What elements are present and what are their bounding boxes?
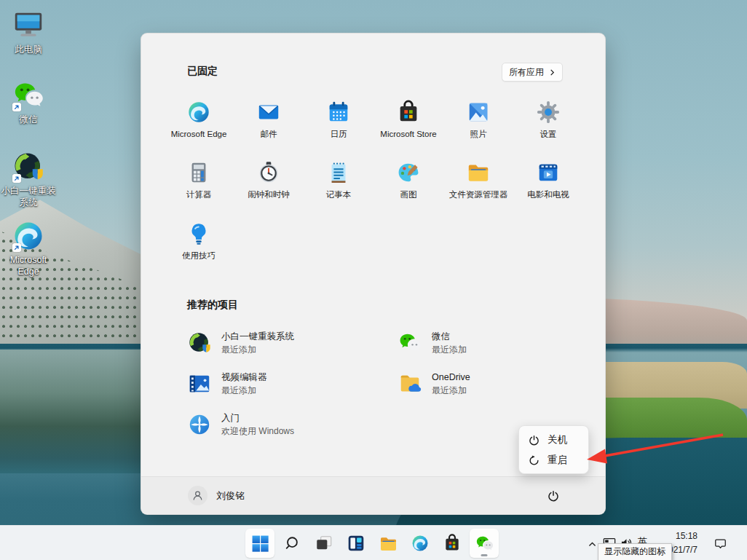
notification-center-button[interactable] [714,537,727,553]
all-apps-button[interactable]: 所有应用 [502,63,563,82]
pinned-app-tips[interactable]: 使用技巧 [164,218,234,275]
pinned-app-mail[interactable]: 邮件 [234,97,304,154]
recommended-item-get-started[interactable]: 入门欢迎使用 Windows [185,409,392,441]
desktop-icon-this-pc[interactable]: 此电脑 [0,9,57,55]
paint-icon [396,160,421,185]
this-pc-icon [12,9,45,42]
video-editor-icon [187,371,212,396]
notification-icon [714,537,727,550]
pinned-app-label: Microsoft Store [380,130,436,139]
xiaobai-reinstall-icon [187,331,212,355]
tooltip: 显示隐藏的图标 [598,543,672,560]
pinned-app-label: 电影和电视 [527,190,569,200]
folder-icon [379,534,398,553]
desktop-icon-edge[interactable]: Microsoft Edge [0,219,57,278]
pinned-app-label: 照片 [470,130,487,139]
power-icon [548,490,559,502]
pinned-app-microsoft-store[interactable]: Microsoft Store [374,97,443,154]
recommended-title: 小白一键重装系统 [221,331,294,344]
photos-icon [466,100,491,125]
pinned-app-settings[interactable]: 设置 [513,97,583,154]
user-name: 刘俊铭 [216,489,245,502]
pinned-app-label: Microsoft Edge [171,130,227,139]
shutdown-menu-item[interactable]: 关机 [519,430,588,450]
pinned-app-label: 日历 [331,130,347,139]
recommended-item-xiaobai[interactable]: 小白一键重装系统最近添加 [185,327,392,359]
task-view-button[interactable] [309,529,339,558]
pinned-app-label: 画图 [400,190,417,200]
show-hidden-icons-button[interactable] [585,537,598,551]
wechat-icon [475,534,494,553]
task-view-icon [315,534,333,553]
user-account-button[interactable]: 刘俊铭 [188,486,245,505]
start-button[interactable] [245,529,274,558]
lightbulb-icon [186,221,211,246]
recommended-item-wechat[interactable]: 微信最近添加 [395,327,603,359]
widgets-button[interactable] [341,529,371,558]
edge-icon [12,219,45,253]
recommended-title: OneDrive [432,371,470,384]
store-icon [396,100,421,125]
taskbar-wechat-button[interactable] [470,529,499,558]
pinned-app-notepad[interactable]: 记事本 [304,157,374,214]
pinned-app-microsoft-edge[interactable]: Microsoft Edge [164,97,234,154]
shortcut-arrow-icon [12,103,21,111]
pinned-app-label: 记事本 [326,190,352,200]
recommended-section-header: 推荐的项目 [187,299,238,312]
pinned-app-label: 闹钟和时钟 [248,190,290,200]
xiaobai-reinstall-icon [12,150,45,184]
taskbar-edge-button[interactable] [406,529,435,558]
pinned-app-label: 计算器 [186,190,212,200]
pinned-app-photos[interactable]: 照片 [443,97,513,154]
edge-icon [411,534,430,553]
start-menu-user-bar: 刘俊铭 [141,476,605,514]
clock-icon [256,160,281,185]
recommended-title: 微信 [432,331,467,344]
pinned-app-label: 使用技巧 [182,251,216,261]
search-icon [284,535,300,551]
taskbar-store-button[interactable] [438,529,467,558]
desktop-icon-label: 小白一键重装系统 [0,185,57,209]
pinned-app-alarms-clock[interactable]: 闹钟和时钟 [234,157,304,214]
avatar [188,486,208,505]
calendar-icon [326,100,351,125]
power-icon [529,435,540,446]
desktop-icon-wechat[interactable]: 微信 [0,79,57,125]
pinned-app-calculator[interactable]: 计算器 [164,157,234,214]
desktop-icon-xiaobai[interactable]: 小白一键重装系统 [0,150,57,209]
restart-label: 重启 [548,454,567,467]
recommended-item-video-editor[interactable]: 视频编辑器最近添加 [185,368,392,400]
all-apps-label: 所有应用 [509,66,544,79]
store-icon [443,534,462,553]
recommended-subtitle: 最近添加 [432,384,470,396]
restart-icon [529,455,540,466]
recommended-item-onedrive[interactable]: OneDrive最近添加 [395,368,603,400]
recommended-title: 视频编辑器 [221,371,267,384]
taskbar-file-explorer-button[interactable] [374,529,403,558]
taskbar-search-button[interactable] [277,529,307,558]
power-button[interactable] [540,484,566,508]
restart-menu-item[interactable]: 重启 [519,450,588,470]
shortcut-arrow-icon [12,243,21,252]
recommended-subtitle: 最近添加 [432,344,467,355]
desktop-icon-label: 此电脑 [15,44,42,55]
pinned-app-calendar[interactable]: 日历 [304,97,374,154]
pinned-app-label: 邮件 [261,130,277,139]
pinned-app-paint[interactable]: 画图 [374,157,443,214]
chevron-right-icon [549,69,556,76]
wechat-icon [398,331,422,355]
pinned-app-label: 文件资源管理器 [449,190,508,200]
pinned-app-file-explorer[interactable]: 文件资源管理器 [443,157,513,214]
get-started-icon [187,412,212,437]
recommended-title: 入门 [221,412,294,425]
widgets-icon [347,534,365,553]
recommended-subtitle: 最近添加 [221,344,294,355]
gear-icon [536,100,561,125]
calculator-icon [186,160,211,185]
desktop-icon-label: Microsoft Edge [0,254,57,278]
chevron-up-icon [588,540,597,549]
folder-icon [466,160,491,185]
pinned-app-movies-tv[interactable]: 电影和电视 [513,157,583,214]
power-flyout: 关机 重启 [518,425,589,474]
notepad-icon [326,160,351,185]
